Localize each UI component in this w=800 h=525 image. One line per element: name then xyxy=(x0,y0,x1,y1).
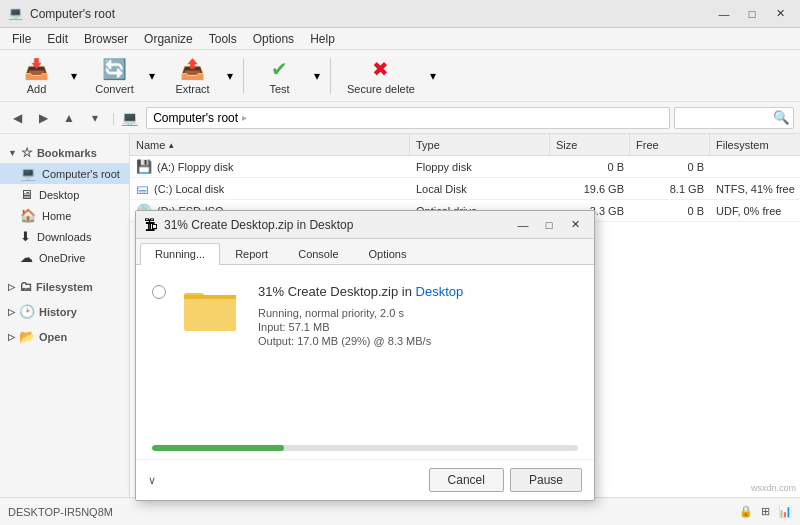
test-icon: ✔ xyxy=(271,57,288,81)
dialog-info-row: 31% Create Desktop.zip in Desktop Runnin… xyxy=(152,281,578,349)
dialog-tab-running[interactable]: Running... xyxy=(140,243,220,265)
sidebar-history-header[interactable]: ▷ 🕑 History xyxy=(0,301,129,322)
secure-delete-dropdown-arrow[interactable]: ▾ xyxy=(425,54,441,98)
dialog-expand-button[interactable]: ∨ xyxy=(148,474,156,487)
bookmarks-icon: ☆ xyxy=(21,145,33,160)
extract-label: Extract xyxy=(175,83,209,95)
bookmarks-chevron-icon: ▼ xyxy=(8,148,17,158)
sidebar-item-desktop-label: Desktop xyxy=(39,189,79,201)
downloads-icon: ⬇ xyxy=(20,229,31,244)
sidebar-item-downloads[interactable]: ⬇ Downloads xyxy=(0,226,129,247)
dialog-main-title: 31% Create Desktop.zip in Desktop xyxy=(258,283,578,301)
dialog-tab-options[interactable]: Options xyxy=(354,243,422,264)
test-dropdown-arrow[interactable]: ▾ xyxy=(309,54,325,98)
convert-button[interactable]: 🔄 Convert xyxy=(84,54,144,98)
dialog-minimize-button[interactable]: — xyxy=(512,216,534,234)
file-fs-2: UDF, 0% free xyxy=(710,205,800,217)
table-row[interactable]: 💾 (A:) Floppy disk Floppy disk 0 B 0 B xyxy=(130,156,800,178)
menu-browser[interactable]: Browser xyxy=(76,30,136,48)
dialog-tab-report[interactable]: Report xyxy=(220,243,283,264)
search-button[interactable]: 🔍 xyxy=(773,110,790,125)
menu-organize[interactable]: Organize xyxy=(136,30,201,48)
menu-help[interactable]: Help xyxy=(302,30,343,48)
progress-radio xyxy=(152,285,166,299)
test-button[interactable]: ✔ Test xyxy=(249,54,309,98)
progress-section xyxy=(136,445,594,459)
filesystem-label: Filesystem xyxy=(36,281,93,293)
sidebar-filesystem-header[interactable]: ▷ 🗂 Filesystem xyxy=(0,276,129,297)
maximize-button[interactable]: □ xyxy=(740,5,764,23)
menu-edit[interactable]: Edit xyxy=(39,30,76,48)
breadcrumb-expand-icon: ▸ xyxy=(242,112,247,123)
chart-icon: 📊 xyxy=(778,505,792,518)
dialog-footer: ∨ Cancel Pause xyxy=(136,459,594,500)
table-row[interactable]: 🖴 (C:) Local disk Local Disk 19.6 GB 8.1… xyxy=(130,178,800,200)
sidebar-item-onedrive[interactable]: ☁ OneDrive xyxy=(0,247,129,268)
dialog-info: 31% Create Desktop.zip in Desktop Runnin… xyxy=(258,281,578,349)
add-dropdown-arrow[interactable]: ▾ xyxy=(66,54,82,98)
sidebar-item-home[interactable]: 🏠 Home xyxy=(0,205,129,226)
sidebar-open-header[interactable]: ▷ 📂 Open xyxy=(0,326,129,347)
dialog-tab-console[interactable]: Console xyxy=(283,243,353,264)
extract-group: 📤 Extract ▾ xyxy=(162,54,238,98)
dialog-cancel-button[interactable]: Cancel xyxy=(429,468,504,492)
up-button[interactable]: ▲ xyxy=(58,107,80,129)
menu-options[interactable]: Options xyxy=(245,30,302,48)
col-filesystem-label: Filesystem xyxy=(716,139,769,151)
dialog-radio-area xyxy=(152,285,166,299)
bookmarks-label: Bookmarks xyxy=(37,147,97,159)
dialog-desktop-link[interactable]: Desktop xyxy=(416,284,464,299)
back-button[interactable]: ◀ xyxy=(6,107,28,129)
onedrive-icon: ☁ xyxy=(20,250,33,265)
forward-button[interactable]: ▶ xyxy=(32,107,54,129)
open-chevron-icon: ▷ xyxy=(8,332,15,342)
search-wrapper: 🔍 xyxy=(674,107,794,129)
sidebar-item-downloads-label: Downloads xyxy=(37,231,91,243)
menu-tools[interactable]: Tools xyxy=(201,30,245,48)
col-name[interactable]: Name ▴ xyxy=(130,134,410,155)
history-label: History xyxy=(39,306,77,318)
add-group: 📥 Add ▾ xyxy=(6,54,82,98)
menu-file[interactable]: File xyxy=(4,30,39,48)
col-free[interactable]: Free xyxy=(630,134,710,155)
file-name-cell-0: 💾 (A:) Floppy disk xyxy=(130,159,410,174)
col-type[interactable]: Type xyxy=(410,134,550,155)
col-size[interactable]: Size xyxy=(550,134,630,155)
add-button[interactable]: 📥 Add xyxy=(6,54,66,98)
breadcrumb[interactable]: Computer's root ▸ xyxy=(146,107,670,129)
dialog-pause-button[interactable]: Pause xyxy=(510,468,582,492)
secure-delete-label: Secure delete xyxy=(347,83,415,95)
toolbar: 📥 Add ▾ 🔄 Convert ▾ 📤 Extract ▾ ✔ Test ▾… xyxy=(0,50,800,102)
dialog-stat-1: Input: 57.1 MB xyxy=(258,321,578,333)
minimize-button[interactable]: — xyxy=(712,5,736,23)
close-button[interactable]: ✕ xyxy=(768,5,792,23)
extract-button[interactable]: 📤 Extract xyxy=(162,54,222,98)
file-size-0: 0 B xyxy=(550,161,630,173)
convert-dropdown-arrow[interactable]: ▾ xyxy=(144,54,160,98)
col-type-label: Type xyxy=(416,139,440,151)
dialog-close-button[interactable]: ✕ xyxy=(564,216,586,234)
sidebar-bookmarks-header[interactable]: ▼ ☆ Bookmarks xyxy=(0,142,129,163)
dialog-main-title-prefix: 31% Create Desktop.zip in xyxy=(258,284,416,299)
sidebar-item-desktop[interactable]: 🖥 Desktop xyxy=(0,184,129,205)
path-separator: | xyxy=(110,111,117,125)
test-label: Test xyxy=(269,83,289,95)
secure-delete-icon: ✖ xyxy=(372,57,389,81)
app-icon: 💻 xyxy=(8,6,24,22)
local-disk-icon: 🖴 xyxy=(136,181,149,196)
status-computer-name: DESKTOP-IR5NQ8M xyxy=(8,506,113,518)
col-filesystem[interactable]: Filesystem xyxy=(710,134,800,155)
sidebar-item-computer-root[interactable]: 💻 Computer's root xyxy=(0,163,129,184)
dialog-title-controls: — □ ✕ xyxy=(512,216,586,234)
secure-delete-button[interactable]: ✖ Secure delete xyxy=(336,54,425,98)
open-label: Open xyxy=(39,331,67,343)
address-bar: ◀ ▶ ▲ ▾ | 💻 Computer's root ▸ 🔍 xyxy=(0,102,800,134)
history-dropdown-button[interactable]: ▾ xyxy=(84,107,106,129)
dialog-maximize-button[interactable]: □ xyxy=(538,216,560,234)
svg-rect-2 xyxy=(184,297,236,331)
col-name-label: Name xyxy=(136,139,165,151)
extract-dropdown-arrow[interactable]: ▾ xyxy=(222,54,238,98)
sidebar-item-computer-root-label: Computer's root xyxy=(42,168,120,180)
floppy-icon: 💾 xyxy=(136,159,152,174)
convert-group: 🔄 Convert ▾ xyxy=(84,54,160,98)
